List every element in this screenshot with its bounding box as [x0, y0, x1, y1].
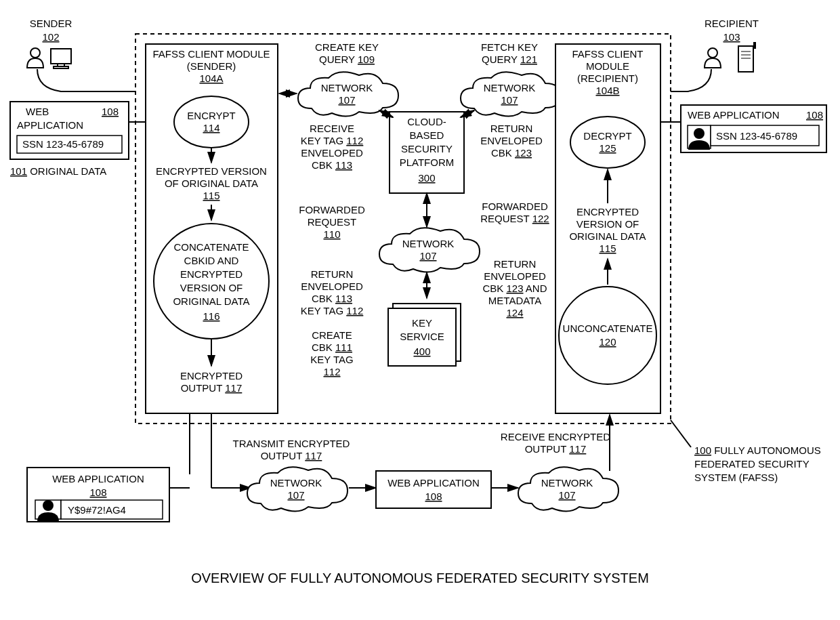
svg-text:400: 400: [413, 346, 430, 357]
svg-text:FAFSS CLIENT MODULE: FAFSS CLIENT MODULE: [152, 48, 270, 60]
svg-text:NETWORK: NETWORK: [402, 238, 455, 249]
svg-text:REQUEST: REQUEST: [308, 216, 357, 228]
svg-text:KEY TAG 112: KEY TAG 112: [301, 305, 364, 316]
svg-text:APPLICATION: APPLICATION: [17, 119, 83, 131]
svg-text:ENVELOPED: ENVELOPED: [484, 270, 546, 282]
svg-text:UNCONCATENATE: UNCONCATENATE: [563, 323, 653, 334]
svg-text:WEB: WEB: [26, 106, 49, 117]
svg-text:KEY TAG: KEY TAG: [310, 354, 353, 365]
svg-text:VERSION OF: VERSION OF: [576, 218, 639, 230]
svg-text:100 FULLY AUTONOMOUS: 100 FULLY AUTONOMOUS: [694, 445, 821, 456]
svg-text:QUERY 121: QUERY 121: [482, 54, 537, 65]
svg-text:METADATA: METADATA: [488, 295, 541, 306]
svg-text:ORIGINAL DATA: ORIGINAL DATA: [569, 230, 646, 242]
svg-text:REQUEST 122: REQUEST 122: [480, 213, 549, 224]
svg-text:108: 108: [89, 487, 106, 498]
diagram-canvas: SENDER 102 WEB 108 APPLICATION SSN 123-4…: [0, 0, 840, 620]
svg-text:110: 110: [323, 228, 340, 240]
svg-text:CBK 123 AND: CBK 123 AND: [482, 283, 547, 294]
sender-connector: [37, 69, 135, 91]
svg-text:WEB APPLICATION: WEB APPLICATION: [387, 477, 480, 489]
svg-text:WEB APPLICATION: WEB APPLICATION: [688, 109, 780, 121]
svg-text:RETURN: RETURN: [311, 268, 354, 280]
web-application-sender: WEB 108 APPLICATION SSN 123-45-6789: [10, 102, 129, 159]
ssn-value-left: SSN 123-45-6789: [22, 138, 104, 150]
svg-text:OUTPUT 117: OUTPUT 117: [181, 382, 243, 394]
network-cloud-bottom-left: NETWORK 107: [247, 467, 348, 511]
original-data-ref: 101: [10, 165, 27, 177]
svg-text:(SENDER): (SENDER): [187, 60, 236, 72]
svg-text:115: 115: [203, 190, 219, 201]
recipient-ref: 103: [723, 31, 740, 43]
cipher-value: Y$9#72!AG4: [68, 504, 126, 516]
svg-text:NETWORK: NETWORK: [541, 477, 593, 489]
network-cloud-bottom-right: NETWORK 107: [518, 467, 618, 511]
recipient-phone-icon: [738, 42, 756, 72]
svg-text:CBKID AND: CBKID AND: [184, 255, 239, 266]
sender-ref: 102: [42, 31, 59, 43]
svg-text:DECRYPT: DECRYPT: [583, 130, 631, 142]
svg-text:ENVELOPED: ENVELOPED: [480, 135, 543, 146]
svg-text:(RECIPIENT): (RECIPIENT): [577, 73, 638, 84]
svg-text:TRANSMIT ENCRYPTED: TRANSMIT ENCRYPTED: [233, 438, 350, 449]
svg-text:RECEIVE ENCRYPTED: RECEIVE ENCRYPTED: [501, 431, 610, 442]
svg-text:FAFSS CLIENT: FAFSS CLIENT: [572, 48, 643, 60]
svg-text:ENCRYPTED: ENCRYPTED: [180, 370, 243, 381]
svg-text:OUTPUT 117: OUTPUT 117: [525, 443, 587, 455]
cloud-platform: CLOUD- BASED SECURITY PLATFORM 300: [390, 112, 464, 193]
sender-module: FAFSS CLIENT MODULE (SENDER) 104A ENCRYP…: [146, 44, 278, 413]
svg-text:CLOUD-: CLOUD-: [407, 116, 446, 127]
svg-text:RETURN: RETURN: [490, 123, 533, 134]
svg-text:104A: 104A: [199, 73, 223, 84]
svg-text:NETWORK: NETWORK: [484, 82, 536, 94]
svg-text:BASED: BASED: [410, 129, 444, 141]
sender-monitor-icon: [51, 49, 71, 68]
svg-text:KEY TAG 112: KEY TAG 112: [301, 135, 364, 146]
ssn-value-right: SSN 123-45-6789: [716, 130, 797, 142]
svg-text:QUERY 109: QUERY 109: [319, 54, 375, 65]
svg-text:NETWORK: NETWORK: [321, 82, 373, 94]
recipient-label: RECIPIENT: [705, 18, 759, 29]
svg-text:WEB APPLICATION: WEB APPLICATION: [52, 473, 144, 484]
svg-text:KEY: KEY: [412, 317, 432, 329]
svg-text:ENCRYPT: ENCRYPT: [187, 110, 235, 121]
svg-text:CREATE: CREATE: [312, 329, 352, 341]
create-key-label: CREATE KEY: [315, 41, 379, 53]
recipient-module: FAFSS CLIENT MODULE (RECIPIENT) 104B DEC…: [555, 44, 660, 413]
svg-text:RECEIVE: RECEIVE: [310, 123, 354, 134]
svg-text:FORWARDED: FORWARDED: [299, 204, 365, 215]
svg-text:125: 125: [599, 142, 616, 154]
svg-text:107: 107: [419, 250, 436, 262]
svg-text:124: 124: [506, 307, 523, 318]
svg-text:OUTPUT 117: OUTPUT 117: [261, 450, 322, 461]
svg-text:FEDERATED SECURITY: FEDERATED SECURITY: [694, 458, 810, 470]
recipient-person-icon: [705, 48, 721, 68]
svg-text:CBK 113: CBK 113: [312, 159, 352, 171]
sender-label: SENDER: [30, 18, 72, 29]
svg-text:107: 107: [338, 94, 355, 106]
svg-text:114: 114: [203, 122, 219, 133]
svg-text:108: 108: [102, 106, 119, 117]
fetch-key-label: FETCH KEY: [481, 41, 538, 53]
svg-text:RETURN: RETURN: [494, 258, 537, 270]
svg-text:PLATFORM: PLATFORM: [400, 157, 455, 168]
svg-text:108: 108: [425, 491, 442, 502]
svg-text:115: 115: [599, 243, 616, 254]
svg-text:SECURITY: SECURITY: [401, 143, 453, 154]
svg-text:ORIGINAL DATA: ORIGINAL DATA: [173, 295, 249, 307]
svg-text:VERSION OF: VERSION OF: [180, 282, 243, 293]
svg-text:ENCRYPTED VERSION: ENCRYPTED VERSION: [156, 165, 267, 177]
svg-text:ENVELOPED: ENVELOPED: [301, 281, 363, 292]
svg-text:CBK 111: CBK 111: [312, 342, 352, 353]
web-application-recipient: WEB APPLICATION 108 SSN 123-45-6789: [681, 105, 826, 152]
svg-text:112: 112: [323, 366, 340, 377]
svg-text:CONCATENATE: CONCATENATE: [173, 241, 249, 253]
svg-text:OF ORIGINAL DATA: OF ORIGINAL DATA: [165, 178, 258, 189]
svg-text:107: 107: [287, 489, 304, 501]
svg-text:ENCRYPTED: ENCRYPTED: [180, 268, 243, 280]
unconcatenate-node: [559, 287, 656, 384]
svg-text:300: 300: [418, 172, 435, 184]
svg-text:CBK 123: CBK 123: [491, 147, 532, 159]
svg-text:108: 108: [806, 109, 823, 121]
svg-text:ENCRYPTED: ENCRYPTED: [576, 206, 639, 218]
